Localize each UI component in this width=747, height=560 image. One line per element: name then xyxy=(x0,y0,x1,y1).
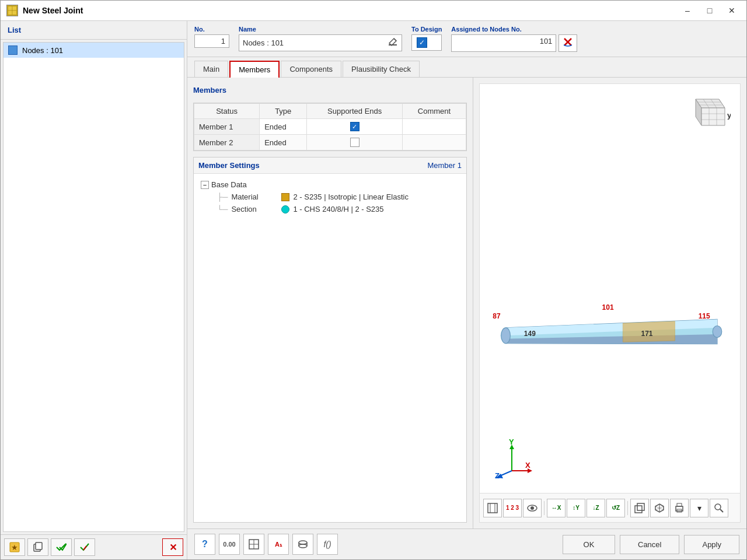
section-row: └─ Section 1 - CHS 240/8/H | 2 - S235 xyxy=(215,203,462,215)
svg-text:★: ★ xyxy=(11,543,18,552)
move-y-button[interactable]: ↕Y xyxy=(567,499,585,517)
member1-supported[interactable]: ✓ xyxy=(307,119,403,135)
function-button[interactable]: f() xyxy=(317,534,338,555)
svg-rect-2 xyxy=(12,6,16,10)
section-color-swatch xyxy=(281,205,289,214)
eye-button[interactable] xyxy=(523,499,542,517)
search-button[interactable] xyxy=(710,499,728,517)
svg-point-27 xyxy=(501,328,511,344)
svg-text:Z: Z xyxy=(495,471,500,480)
node-87-label: 87 xyxy=(493,312,500,320)
left-panel: List Nodes : 101 ★ xyxy=(1,21,187,559)
edit-name-button[interactable] xyxy=(388,37,398,49)
text-button[interactable]: A₁ xyxy=(268,534,289,555)
section-prop-name: Section xyxy=(231,205,278,214)
material-value: 2 - S235 | Isotropic | Linear Elastic xyxy=(293,192,409,201)
member2-comment xyxy=(403,135,466,150)
help-button[interactable]: ? xyxy=(194,534,215,555)
tab-plausibility[interactable]: Plausibility Check xyxy=(343,61,420,77)
to-design-label: To Design xyxy=(411,26,442,33)
col-supported: Supported Ends xyxy=(307,104,403,119)
copy-button[interactable] xyxy=(27,538,48,556)
3d-view-button[interactable] xyxy=(650,499,669,517)
name-label: Name xyxy=(239,26,402,33)
member-settings-box: Member Settings Member 1 − Base Data xyxy=(193,157,467,523)
to-design-field-group: To Design ✓ xyxy=(411,26,442,51)
move-x-button[interactable]: ↔X xyxy=(547,499,566,517)
svg-point-42 xyxy=(530,506,534,510)
tabs: Main Members Components Plausibility Che… xyxy=(187,57,746,78)
clear-assigned-button[interactable] xyxy=(558,34,577,52)
svg-rect-4 xyxy=(12,10,16,15)
tab-main[interactable]: Main xyxy=(194,61,228,77)
member2-checkbox[interactable] xyxy=(350,138,359,147)
no-label: No. xyxy=(194,26,229,33)
content-area: Members Status Type Supported Ends Comme… xyxy=(187,78,746,528)
viewport-toolbar: 1 2 3 ↔X ↕Y ↓Z ↺Z xyxy=(480,493,740,522)
svg-rect-44 xyxy=(637,503,644,510)
tree-expand-button[interactable]: − xyxy=(201,181,209,189)
material-prop-name: Material xyxy=(231,192,278,201)
right-panel: No. 1 Name Nodes : 101 To Design ✓ xyxy=(187,21,746,559)
no-field-group: No. 1 xyxy=(194,26,229,48)
viewport-settings-button[interactable] xyxy=(483,499,502,517)
member2-supported[interactable] xyxy=(307,135,403,150)
close-button[interactable]: ✕ xyxy=(723,4,741,17)
clone-view-button[interactable] xyxy=(630,499,649,517)
view-button[interactable] xyxy=(243,534,264,555)
member1-label: Member 1 xyxy=(194,119,260,135)
move-z-down-button[interactable]: ↓Z xyxy=(587,499,605,517)
3d-viewport[interactable]: y xyxy=(480,84,740,522)
svg-text:Y: Y xyxy=(509,439,514,446)
print-button[interactable] xyxy=(670,499,689,517)
table-row[interactable]: Member 2 Ended xyxy=(194,135,466,150)
svg-point-57 xyxy=(299,541,307,544)
node-171-label: 171 xyxy=(641,330,653,338)
numbers-button[interactable]: 1 2 3 xyxy=(503,499,522,517)
assigned-input[interactable]: 101 xyxy=(451,34,556,52)
check-button[interactable] xyxy=(74,538,95,556)
delete-button[interactable]: ✕ xyxy=(162,538,183,556)
ok-button[interactable]: OK xyxy=(563,535,615,554)
cancel-button[interactable]: Cancel xyxy=(620,535,679,554)
tree-children: ├─ Material 2 - S235 | Isotropic | Linea… xyxy=(198,191,462,215)
list-item-icon xyxy=(8,46,18,55)
apply-button[interactable]: Apply xyxy=(684,535,739,554)
tree-base-data: − Base Data ├─ Material 2 - S235 | Isotr… xyxy=(194,176,466,218)
print-dropdown-button[interactable]: ▾ xyxy=(690,499,708,517)
minimize-button[interactable]: – xyxy=(679,4,696,17)
member1-type: Ended xyxy=(260,119,307,135)
node-115-label: 115 xyxy=(699,312,710,320)
col-comment: Comment xyxy=(403,104,466,119)
settings-title: Member Settings xyxy=(198,161,260,170)
svg-line-53 xyxy=(720,509,723,512)
svg-point-28 xyxy=(713,326,722,338)
add-button[interactable]: ★ xyxy=(4,538,25,556)
maximize-button[interactable]: □ xyxy=(701,4,718,17)
list-item-label: Nodes : 101 xyxy=(22,46,63,55)
decimal-button[interactable]: 0.00 xyxy=(219,534,240,555)
table-row[interactable]: Member 1 Ended ✓ xyxy=(194,119,466,135)
form-panel: Members Status Type Supported Ends Comme… xyxy=(187,78,473,528)
toolbar-separator xyxy=(544,501,544,515)
to-design-checkbox[interactable]: ✓ xyxy=(411,34,442,51)
tab-members[interactable]: Members xyxy=(229,61,280,78)
list-area: Nodes : 101 xyxy=(3,42,184,532)
svg-rect-38 xyxy=(488,503,497,513)
member1-checkbox[interactable]: ✓ xyxy=(350,122,359,131)
app-icon xyxy=(6,5,18,16)
name-input[interactable]: Nodes : 101 xyxy=(239,34,402,51)
main-content: List Nodes : 101 ★ xyxy=(1,21,746,559)
node-101-label: 101 xyxy=(602,303,614,312)
titlebar: New Steel Joint – □ ✕ xyxy=(1,1,746,21)
layers-button[interactable] xyxy=(292,534,313,555)
check-all-button[interactable] xyxy=(51,538,72,556)
tab-components[interactable]: Components xyxy=(281,61,341,77)
no-input[interactable]: 1 xyxy=(194,34,229,48)
svg-rect-3 xyxy=(8,10,12,15)
rotate-z-button[interactable]: ↺Z xyxy=(606,499,625,517)
list-item[interactable]: Nodes : 101 xyxy=(4,43,184,58)
material-row: ├─ Material 2 - S235 | Isotropic | Linea… xyxy=(215,191,462,203)
toolbar-separator-2 xyxy=(627,501,628,515)
member2-type: Ended xyxy=(260,135,307,150)
